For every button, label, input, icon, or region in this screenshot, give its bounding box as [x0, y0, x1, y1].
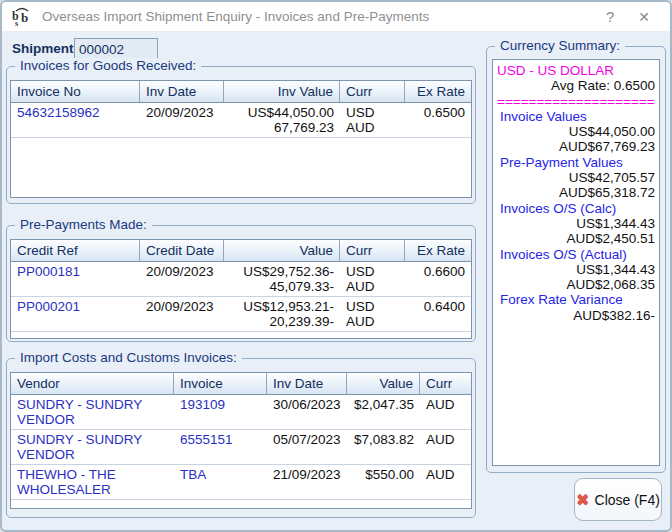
currency-summary-box: USD - US DOLLAR Avg Rate: 0.6500 =======… [492, 59, 660, 466]
import-costs-group: Import Costs and Customs Invoices: Vendo… [6, 358, 476, 518]
column-header: Vendor [11, 373, 174, 394]
import-costs-group-title: Import Costs and Customs Invoices: [15, 350, 242, 365]
column-header: Value [347, 373, 420, 394]
invoice-no-link[interactable]: 54632158962 [11, 103, 140, 137]
invoice-cell[interactable]: 193109 [174, 395, 267, 429]
summary-section-label: Invoice Values [497, 109, 655, 124]
summary-section-label: Pre-Payment Values [497, 155, 655, 170]
value-cell: US$12,953.21- 20,239.39- [224, 297, 340, 331]
column-header: Value [224, 240, 340, 261]
summary-value: AUD$67,769.23 [497, 139, 655, 154]
import-costs-table: Vendor Invoice Inv Date Value Curr SUNDR… [10, 372, 472, 509]
table-row[interactable]: PP000201 20/09/2023 US$12,953.21- 20,239… [11, 297, 471, 332]
currency-name: USD - US DOLLAR [497, 63, 655, 78]
column-header: Credit Ref [11, 240, 140, 261]
curr-cell: USD AUD [340, 103, 405, 137]
prepayments-group: Pre-Payments Made: Credit Ref Credit Dat… [6, 225, 476, 342]
table-row[interactable]: SUNDRY - SUNDRY VENDOR 193109 30/06/2023… [11, 395, 471, 430]
credit-ref-link[interactable]: PP000181 [11, 262, 140, 296]
curr-cell: USD AUD [340, 262, 405, 296]
column-header: Inv Date [140, 81, 224, 102]
summary-value: AUD$382.16- [497, 308, 655, 323]
summary-value: US$44,050.00 [497, 124, 655, 139]
help-button[interactable]: ? [592, 8, 628, 25]
column-header: Curr [340, 81, 405, 102]
column-header: Curr [340, 240, 405, 261]
ex-rate-cell: 0.6500 [405, 103, 471, 137]
table-row[interactable]: PP000181 20/09/2023 US$29,752.36- 45,079… [11, 262, 471, 297]
currency-summary-title: Currency Summary: [495, 38, 625, 53]
prepayments-group-title: Pre-Payments Made: [15, 217, 152, 232]
vendor-cell[interactable]: SUNDRY - SUNDRY VENDOR [11, 395, 174, 429]
curr-cell: AUD [420, 395, 471, 429]
vendor-cell[interactable]: SUNDRY - SUNDRY VENDOR [11, 430, 174, 464]
column-header: Curr [420, 373, 471, 394]
currency-summary-group: Currency Summary: USD - US DOLLAR Avg Ra… [486, 46, 666, 473]
inv-date-cell: 20/09/2023 [140, 103, 224, 137]
table-row[interactable]: THEWHO - THE WHOLESALER TBA 21/09/2023 $… [11, 465, 471, 500]
column-header: Invoice No [11, 81, 140, 102]
summary-value: AUD$2,450.51 [497, 231, 655, 246]
summary-section-label: Invoices O/S (Actual) [497, 247, 655, 262]
summary-value: AUD$2,068.35 [497, 277, 655, 292]
invoices-table: Invoice No Inv Date Inv Value Curr Ex Ra… [10, 80, 472, 198]
column-header: Invoice [174, 373, 267, 394]
credit-date-cell: 20/09/2023 [140, 262, 224, 296]
invoices-group-title: Invoices for Goods Received: [15, 58, 201, 73]
close-button-label: Close (F4) [595, 492, 660, 508]
curr-cell: AUD [420, 465, 471, 499]
invoice-cell[interactable]: 6555151 [174, 430, 267, 464]
inv-date-cell: 21/09/2023 [267, 465, 347, 499]
inv-date-cell: 30/06/2023 [267, 395, 347, 429]
dialog-window: b s b Overseas Import Shipment Enquiry -… [0, 0, 672, 532]
table-row[interactable]: 54632158962 20/09/2023 US$44,050.00 67,7… [11, 103, 471, 138]
value-cell: $550.00 [347, 465, 420, 499]
invoice-cell[interactable]: TBA [174, 465, 267, 499]
title-bar: b s b Overseas Import Shipment Enquiry -… [2, 2, 670, 32]
summary-value: US$1,344.43 [497, 262, 655, 277]
shipment-label: Shipment: [12, 41, 78, 56]
summary-value: AUD$65,318.72 [497, 185, 655, 200]
svg-text:b: b [21, 10, 28, 25]
column-header: Inv Value [224, 81, 340, 102]
import-costs-table-header: Vendor Invoice Inv Date Value Curr [11, 373, 471, 395]
avg-rate: Avg Rate: 0.6500 [497, 78, 655, 93]
window-title: Overseas Import Shipment Enquiry - Invoi… [42, 9, 592, 24]
value-cell: $7,083.82 [347, 430, 420, 464]
red-x-icon: ✖ [576, 490, 589, 509]
summary-value: US$42,705.57 [497, 170, 655, 185]
invoices-table-header: Invoice No Inv Date Inv Value Curr Ex Ra… [11, 81, 471, 103]
svg-text:s: s [15, 19, 18, 27]
ex-rate-cell: 0.6600 [405, 262, 471, 296]
window-close-button[interactable]: ✕ [628, 9, 660, 25]
divider-line: ====================== [497, 94, 655, 109]
summary-section-label: Forex Rate Variance [497, 292, 655, 307]
inv-date-cell: 05/07/2023 [267, 430, 347, 464]
column-header: Ex Rate [405, 240, 471, 261]
credit-ref-link[interactable]: PP000201 [11, 297, 140, 331]
inv-value-cell: US$44,050.00 67,769.23 [224, 103, 340, 137]
vendor-cell[interactable]: THEWHO - THE WHOLESALER [11, 465, 174, 499]
app-logo-icon: b s b [12, 7, 34, 27]
ex-rate-cell: 0.6400 [405, 297, 471, 331]
value-cell: $2,047.35 [347, 395, 420, 429]
column-header: Credit Date [140, 240, 224, 261]
summary-section-label: Invoices O/S (Calc) [497, 201, 655, 216]
column-header: Ex Rate [405, 81, 471, 102]
invoices-group: Invoices for Goods Received: Invoice No … [6, 66, 476, 204]
prepayments-table: Credit Ref Credit Date Value Curr Ex Rat… [10, 239, 472, 339]
curr-cell: USD AUD [340, 297, 405, 331]
credit-date-cell: 20/09/2023 [140, 297, 224, 331]
prepayments-table-header: Credit Ref Credit Date Value Curr Ex Rat… [11, 240, 471, 262]
close-button[interactable]: ✖ Close (F4) [574, 478, 662, 521]
curr-cell: AUD [420, 430, 471, 464]
summary-value: US$1,344.43 [497, 216, 655, 231]
shipment-input[interactable] [74, 38, 158, 60]
column-header: Inv Date [267, 373, 347, 394]
value-cell: US$29,752.36- 45,079.33- [224, 262, 340, 296]
table-row[interactable]: SUNDRY - SUNDRY VENDOR 6555151 05/07/202… [11, 430, 471, 465]
